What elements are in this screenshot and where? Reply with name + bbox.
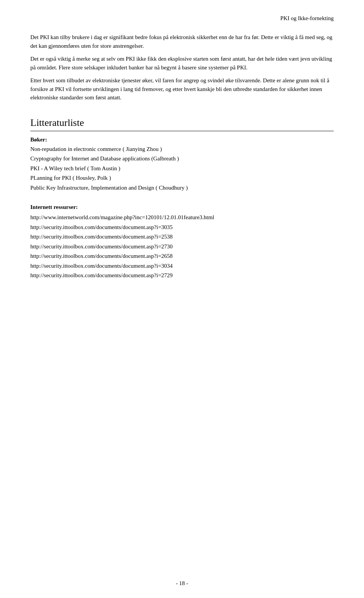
link-list: http://www.internetworld.com/magazine.ph… — [30, 213, 334, 281]
book-item-4: PLanning for PKI ( Housley, Polk ) — [30, 173, 334, 183]
page: PKI og Ikke-fornekting Det PKI kan tilby… — [0, 0, 364, 598]
books-label: Bøker: — [30, 137, 334, 143]
book-item-5: Public Key Infrastructure, Implementatio… — [30, 183, 334, 193]
link-item-7[interactable]: http://security.ittoolbox.com/documents/… — [30, 271, 334, 281]
book-item-1: Non-repudation in electronic commerce ( … — [30, 144, 334, 154]
link-item-4[interactable]: http://security.ittoolbox.com/documents/… — [30, 242, 334, 252]
link-item-3[interactable]: http://security.ittoolbox.com/documents/… — [30, 232, 334, 242]
section-divider — [30, 131, 334, 131]
link-item-6[interactable]: http://security.ittoolbox.com/documents/… — [30, 261, 334, 271]
page-number: - 18 - — [176, 580, 188, 586]
book-item-3: PKI - A Wiley tech brief ( Tom Austin ) — [30, 164, 334, 174]
page-header: PKI og Ikke-fornekting — [30, 15, 334, 22]
litteraturliste-heading: Litteraturliste — [30, 117, 334, 129]
paragraph-1: Det PKI kan tilby brukere i dag er signi… — [30, 33, 334, 50]
header-title: PKI og Ikke-fornekting — [280, 15, 334, 21]
link-item-2[interactable]: http://security.ittoolbox.com/documents/… — [30, 223, 334, 232]
link-item-1[interactable]: http://www.internetworld.com/magazine.ph… — [30, 213, 334, 223]
page-footer: - 18 - — [0, 580, 364, 587]
internet-label: Internett ressurser: — [30, 204, 334, 210]
paragraph-2: Det er også viktig å merke seg at selv o… — [30, 55, 334, 72]
paragraph-3: Etter hvert som tilbudet av elektroniske… — [30, 76, 334, 102]
internet-section: Internett ressurser: http://www.internet… — [30, 204, 334, 281]
book-list: Non-repudation in electronic commerce ( … — [30, 144, 334, 193]
link-item-5[interactable]: http://security.ittoolbox.com/documents/… — [30, 251, 334, 261]
book-item-2: Cryptography for Internet and Database a… — [30, 154, 334, 164]
